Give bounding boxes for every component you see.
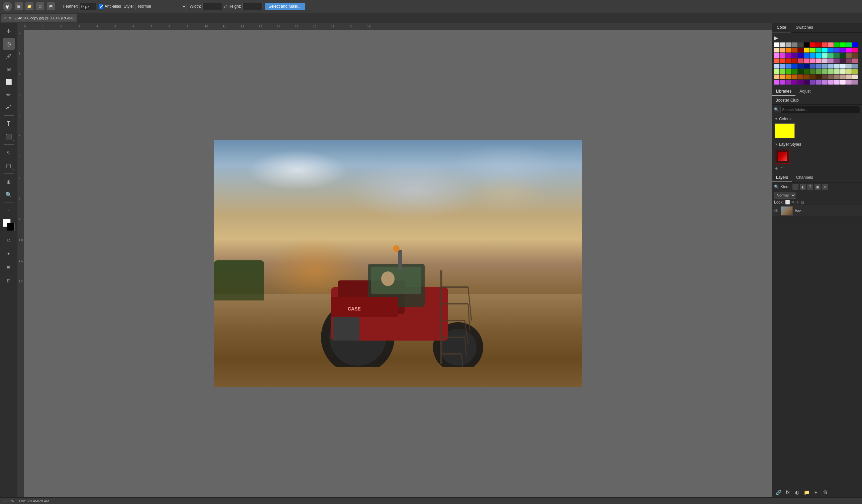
swatch-linen[interactable] [846, 75, 852, 79]
tool-roundrect[interactable]: ▢▸ [3, 159, 15, 171]
swatch-steelblue[interactable] [810, 64, 815, 68]
swatch-taupe[interactable] [828, 75, 834, 79]
tool-panel-4[interactable]: ◱ [3, 274, 15, 287]
swatch-firebrick[interactable] [786, 58, 792, 63]
layer-styles-section-header[interactable]: ▼ Layer Styles [775, 142, 859, 147]
swatch-gold[interactable] [804, 48, 810, 52]
doc-tab[interactable]: ✕ © _Z6A5208 copy.jpg @ 33.3% (RGB/8) [1, 14, 77, 22]
panel-icon-add[interactable]: + [812, 489, 820, 496]
doc-tab-close[interactable]: ✕ [4, 16, 7, 20]
swatch-cyan[interactable] [822, 48, 827, 52]
swatch-plum[interactable] [828, 58, 834, 63]
swatch-lightblue[interactable] [774, 64, 780, 68]
style-select[interactable]: Normal Add to Selection Subtract from Se… [135, 3, 187, 10]
wh-swap-icon[interactable]: ⇄ [224, 4, 227, 9]
swatch-lime2[interactable] [780, 69, 785, 74]
swatch-red2[interactable] [816, 42, 822, 47]
swatch-gray[interactable] [786, 42, 792, 47]
swatch-lime1[interactable] [774, 69, 780, 74]
swatch-pistachio[interactable] [828, 69, 834, 74]
lock-icon-artboard[interactable]: ⊡ [801, 200, 804, 204]
feather-input[interactable] [80, 3, 96, 10]
canvas-viewport[interactable]: CASE www.MacW.com [24, 30, 772, 497]
swatch-umber[interactable] [822, 75, 827, 79]
tool-stamp[interactable]: ✉ [3, 63, 15, 75]
tool-crop[interactable]: ⊕ [3, 176, 15, 188]
swatch-powderblue[interactable] [822, 64, 827, 68]
swatch-blush[interactable] [816, 58, 822, 63]
swatch-burntorange2[interactable] [792, 75, 797, 79]
swatch-navy3[interactable] [804, 64, 810, 68]
swatch-purple1[interactable] [786, 53, 792, 58]
swatch-darkorange[interactable] [786, 75, 792, 79]
kind-icon-adjust[interactable]: ◐ [800, 184, 806, 190]
swatch-iceblue[interactable] [834, 64, 840, 68]
swatch-burnorange[interactable] [792, 48, 797, 52]
swatch-medblue[interactable] [792, 64, 797, 68]
lock-icon-paint[interactable]: ✏ [792, 200, 795, 204]
blend-mode-select[interactable]: Normal Multiply Screen Overlay [774, 192, 796, 199]
swatch-mistyrose[interactable] [840, 80, 846, 84]
tool-panel-1[interactable]: ⬡ [3, 234, 15, 246]
swatch-periwinkle[interactable] [780, 64, 785, 68]
tab-color[interactable]: Color [772, 23, 791, 32]
swatch-rose[interactable] [852, 48, 858, 52]
swatch-dodgerblue[interactable] [828, 48, 834, 52]
swatch-green2[interactable] [840, 42, 846, 47]
tool-panel-2[interactable]: ✦ [3, 248, 15, 260]
swatch-olivegreen[interactable] [792, 69, 797, 74]
tab-layers[interactable]: Layers [772, 173, 792, 182]
swatch-brown[interactable] [852, 53, 858, 58]
swatch-lime3[interactable] [786, 69, 792, 74]
tab-adjust[interactable]: Adjust [795, 87, 814, 96]
swatch-violet2[interactable] [852, 80, 858, 84]
layer-style-add-btn[interactable]: + [775, 165, 778, 171]
layer-style-upload-btn[interactable]: ↑ [780, 165, 783, 171]
swatch-indigo2[interactable] [798, 80, 804, 84]
swatch-crimson[interactable] [792, 58, 797, 63]
kind-icon-smart[interactable]: ⊕ [822, 184, 828, 190]
width-input[interactable] [202, 3, 222, 10]
layer-row-background[interactable]: 👁 Bac... [772, 205, 862, 217]
height-input[interactable] [243, 3, 262, 10]
swatch-dustypink[interactable] [852, 58, 858, 63]
kind-icon-pixel[interactable]: ☰ [793, 184, 798, 190]
swatch-red1[interactable] [810, 42, 815, 47]
swatch-lightviolet[interactable] [774, 53, 780, 58]
swatch-darkforest[interactable] [798, 69, 804, 74]
swatch-black[interactable] [804, 42, 810, 47]
lib-search-input[interactable] [780, 106, 860, 113]
swatch-eggplant[interactable] [834, 58, 840, 63]
swatch-orange1[interactable] [780, 48, 785, 52]
swatch-darkbrown[interactable] [816, 75, 822, 79]
swatch-avocado[interactable] [810, 69, 815, 74]
swatch-tomato[interactable] [774, 58, 780, 63]
swatch-darkgreen[interactable] [834, 53, 840, 58]
tool-zoom[interactable]: 🔍 [3, 188, 15, 200]
swatch-lightpink[interactable] [810, 58, 815, 63]
layer-visibility-eye[interactable]: 👁 [774, 208, 779, 214]
swatch-sepia[interactable] [810, 75, 815, 79]
swatch-lavender2[interactable] [834, 80, 840, 84]
swatch-white[interactable] [774, 42, 780, 47]
swatch-orangered[interactable] [780, 58, 785, 63]
swatch-orchid[interactable] [780, 53, 785, 58]
panel-icon-link[interactable]: 🔗 [775, 489, 782, 496]
tab-channels[interactable]: Channels [792, 173, 817, 182]
tool-shape[interactable]: ⬛▸ [3, 130, 15, 142]
layer-style-thumbnail[interactable] [775, 149, 790, 164]
swatch-skyblue[interactable] [816, 53, 822, 58]
swatch-bottlegreen[interactable] [804, 69, 810, 74]
swatch-navy2[interactable] [798, 64, 804, 68]
swatch-heliotrope[interactable] [774, 80, 780, 84]
swatch-medorchid[interactable] [780, 80, 785, 84]
swatch-maroon[interactable] [798, 48, 804, 52]
swatch-blue2[interactable] [834, 48, 840, 52]
swatch-lavender[interactable] [822, 58, 827, 63]
swatch-olive2[interactable] [852, 69, 858, 74]
colors-section-header[interactable]: ▼ Colors [775, 117, 859, 121]
swatch-mint[interactable] [822, 53, 827, 58]
swatch-darkgray[interactable] [798, 42, 804, 47]
swatch-royalblue[interactable] [804, 53, 810, 58]
swatch-blush2[interactable] [840, 75, 846, 79]
